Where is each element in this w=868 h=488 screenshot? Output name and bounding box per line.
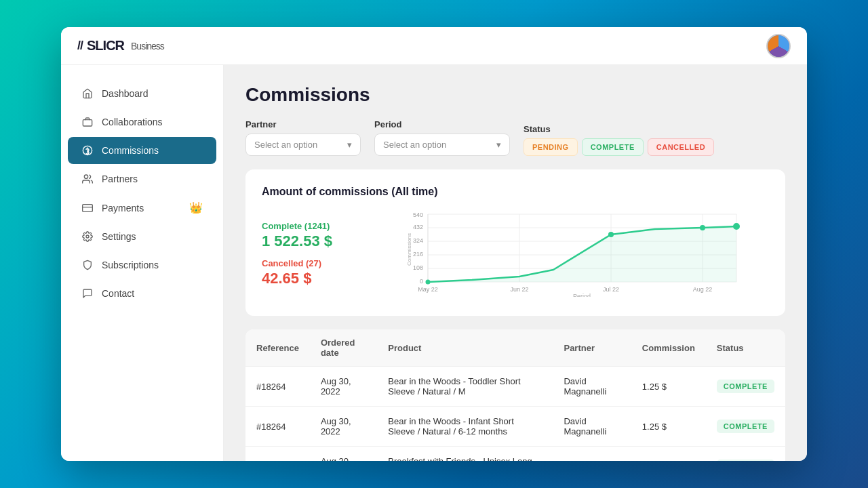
cell-commission: 1.25 $ [631,407,706,447]
chart-title: Amount of commissions (All time) [262,186,769,198]
logo-slashes: // [77,39,83,53]
cell-commission: 1.25 $ [631,367,706,407]
table-row: #18262 Aug 30, 2022 Breakfast with Frien… [245,447,785,462]
sidebar-item-label: Payments [102,203,144,214]
col-partner: Partner [553,329,631,367]
message-icon [81,287,94,300]
col-commission: Commission [631,329,706,367]
logo-business: Business [131,41,164,52]
app-window: // SLICR Business Dashboard [61,27,807,461]
status-pending-button[interactable]: PENDING [524,138,578,156]
svg-text:Period: Period [573,293,591,297]
sidebar-item-label: Partners [102,174,138,184]
col-product: Product [377,329,553,367]
svg-point-32 [700,225,705,230]
chart-stats: Complete (1241) 1 522.53 $ Cancelled (27… [262,221,357,287]
chart-card: Amount of commissions (All time) Complet… [245,169,785,316]
sidebar-item-label: Contact [102,288,134,299]
sidebar-item-partners[interactable]: Partners [68,165,216,192]
crown-icon: 👑 [189,201,203,214]
table-header-row: Reference Ordered date Product Partner C… [245,329,785,367]
cell-reference: #18264 [245,407,310,447]
header: // SLICR Business [61,27,807,65]
chevron-down-icon: ▾ [496,140,501,150]
period-select[interactable]: Select an option ▾ [374,134,510,156]
period-select-placeholder: Select an option [383,140,446,150]
col-ordered-date: Ordered date [310,329,377,367]
svg-text:May 22: May 22 [418,286,438,293]
svg-text:Jul 22: Jul 22 [603,286,619,293]
sidebar-item-label: Subscriptions [102,260,159,270]
status-filter-group: Status PENDING COMPLETE CANCELLED [524,124,714,156]
cell-product: Bear in the Woods - Infant Short Sleeve … [377,407,553,447]
cell-status: COMPLETE [706,407,785,447]
complete-stat-value: 1 522.53 $ [262,232,357,250]
cell-partner: David Magnanelli [553,407,631,447]
svg-rect-0 [83,120,92,126]
svg-point-5 [86,235,89,238]
shield-icon [81,259,94,271]
svg-point-2 [84,175,87,178]
cell-ordered-date: Aug 30, 2022 [310,367,377,407]
cancelled-stat-label: Cancelled (27) [262,258,357,268]
cell-product: Bear in the Woods - Toddler Short Sleeve… [377,367,553,407]
line-chart: 0 108 216 324 432 540 Commissions [378,209,769,297]
users-icon [81,173,94,185]
col-status: Status [706,329,785,367]
svg-text:216: 216 [413,251,423,258]
filters-bar: Partner Select an option ▾ Period Select… [245,119,785,156]
cell-commission: 1.8 $ [631,447,706,462]
main-layout: Dashboard Collaborations Commissions [61,65,807,461]
svg-text:0: 0 [420,278,423,285]
cell-status: COMPLETE [706,367,785,407]
sidebar-item-commissions[interactable]: Commissions [68,137,216,164]
svg-rect-3 [83,204,93,211]
avatar[interactable] [766,34,791,58]
status-complete-button[interactable]: COMPLETE [582,138,644,156]
partner-select[interactable]: Select an option ▾ [245,134,361,156]
home-icon [81,87,94,100]
cell-ordered-date: Aug 30, 2022 [310,447,377,462]
logo: // SLICR Business [77,38,164,54]
sidebar-item-label: Commissions [102,145,159,156]
sidebar-item-dashboard[interactable]: Dashboard [68,80,216,107]
svg-text:Jun 22: Jun 22 [510,286,528,293]
sidebar-item-label: Dashboard [102,88,149,99]
sidebar-item-label: Collaborations [102,117,163,127]
sidebar-item-collaborations[interactable]: Collaborations [68,108,216,136]
table-row: #18264 Aug 30, 2022 Bear in the Woods - … [245,407,785,447]
partner-filter-label: Partner [245,119,361,129]
cell-partner: Heather Drury [553,447,631,462]
credit-card-icon [81,202,94,214]
status-filter-label: Status [524,124,714,134]
sidebar-item-settings[interactable]: Settings [68,223,216,250]
svg-text:Aug 22: Aug 22 [693,286,713,293]
sidebar: Dashboard Collaborations Commissions [61,65,224,461]
complete-stat-label: Complete (1241) [262,221,357,231]
svg-point-30 [426,280,431,285]
sidebar-item-contact[interactable]: Contact [68,280,216,307]
commissions-table-container: Reference Ordered date Product Partner C… [245,329,785,461]
chart-content: Complete (1241) 1 522.53 $ Cancelled (27… [262,209,769,300]
partner-filter-group: Partner Select an option ▾ [245,119,361,156]
main-content: Commissions Partner Select an option ▾ P… [224,65,807,461]
period-filter-label: Period [374,119,510,129]
svg-text:324: 324 [413,237,423,244]
status-buttons: PENDING COMPLETE CANCELLED [524,138,714,156]
svg-text:540: 540 [413,211,423,218]
cell-reference: #18262 [245,447,310,462]
status-badge: COMPLETE [717,380,774,393]
sidebar-item-payments[interactable]: Payments 👑 [68,194,216,222]
col-reference: Reference [245,329,310,367]
page-title: Commissions [245,84,785,106]
cell-reference: #18264 [245,367,310,407]
logo-name: SLICR [87,38,124,54]
chart-area: 0 108 216 324 432 540 Commissions [378,209,769,300]
cell-status: COMPLETE [706,447,785,462]
chevron-down-icon: ▾ [347,140,352,150]
status-cancelled-button[interactable]: CANCELLED [648,138,714,156]
sidebar-item-subscriptions[interactable]: Subscriptions [68,251,216,279]
status-badge: COMPLETE [717,420,774,433]
partner-select-placeholder: Select an option [254,140,317,150]
svg-point-31 [608,232,614,237]
